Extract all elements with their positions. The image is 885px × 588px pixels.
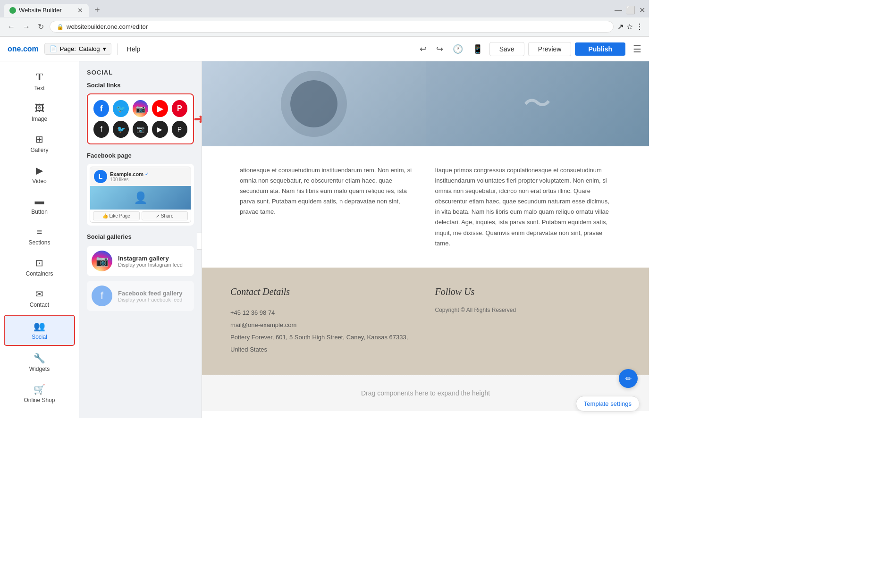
canvas-inner: 〜 ationesque et consuetudinum instituend… — [202, 61, 649, 418]
maximize-icon[interactable]: ⬜ — [626, 6, 635, 15]
instagram-dark-icon[interactable]: 📷 — [133, 121, 148, 138]
template-settings-button[interactable]: Template settings — [576, 396, 640, 412]
url-bar[interactable]: 🔒 websitebuilder.one.com/editor — [50, 21, 614, 33]
sidebar-item-image[interactable]: 🖼 Image — [4, 98, 75, 127]
sidebar-item-contact[interactable]: ✉ Contact — [4, 284, 75, 313]
facebook-gallery-item[interactable]: f Facebook feed gallery Display your Fac… — [87, 281, 194, 311]
publish-button[interactable]: Publish — [575, 42, 625, 56]
new-tab-button[interactable]: + — [91, 3, 104, 17]
undo-button[interactable]: ↩ — [417, 42, 430, 56]
social-links-card[interactable]: f 🐦 📷 ▶ P f 🐦 📷 ▶ P ➜ — [87, 93, 194, 144]
header-divider — [117, 43, 118, 55]
tab-title: Website Builder — [19, 7, 62, 14]
page-icon: 📄 — [50, 45, 57, 52]
facebook-gallery-text: Facebook feed gallery Display your Faceb… — [118, 290, 189, 302]
url-text: websitebuilder.one.com/editor — [67, 23, 148, 30]
top-images-row: 〜 — [202, 61, 649, 146]
mobile-preview-button[interactable]: 📱 — [470, 42, 486, 56]
pinterest-dark-icon[interactable]: P — [172, 121, 187, 138]
fb-likes: 100 likes — [110, 177, 149, 182]
sidebar-item-label-gallery: Gallery — [30, 147, 48, 153]
text-col-left-content: ationesque et consuetudinum instituendar… — [240, 165, 416, 217]
fb-card-header: L Example.com ✓ 100 likes — [90, 167, 191, 186]
footer-section: Contact Details +45 12 36 98 74 mail@one… — [202, 268, 649, 375]
facebook-colored-icon[interactable]: f — [93, 100, 109, 117]
containers-icon: ⊡ — [35, 257, 43, 269]
sidebar-item-more[interactable]: ⋯ More — [4, 410, 75, 418]
fb-site-name: Example.com — [110, 171, 143, 177]
red-arrow-indicator: ➜ — [194, 111, 202, 127]
edit-icon-button[interactable]: ✏ — [619, 369, 638, 388]
instagram-gallery-desc: Display your Instagram feed — [118, 262, 189, 268]
drag-placeholder-text: Drag components here to expand the heigh… — [361, 389, 490, 397]
sidebar-item-video[interactable]: ▶ Video — [4, 160, 75, 189]
sidebar-item-text[interactable]: T Text — [4, 66, 75, 96]
back-button[interactable]: ← — [6, 21, 17, 33]
video-icon: ▶ — [36, 165, 43, 176]
fb-card-inner: L Example.com ✓ 100 likes 👤 👍 — [90, 167, 191, 223]
gallery-icon: ⊞ — [35, 134, 43, 145]
sidebar-item-social[interactable]: 👥 Social — [4, 315, 75, 346]
image-icon: 🖼 — [35, 103, 44, 114]
preview-button[interactable]: Preview — [528, 42, 572, 56]
sidebar-item-label-image: Image — [32, 116, 47, 122]
top-image-left — [202, 61, 426, 146]
fb-verified-icon: ✓ — [145, 171, 149, 176]
save-button[interactable]: Save — [489, 42, 524, 56]
sidebar-item-button[interactable]: ▬ Button — [4, 191, 75, 220]
bookmark-icon[interactable]: ☆ — [626, 22, 633, 31]
share-icon[interactable]: ↗ — [617, 22, 624, 31]
social-links-title: Social links — [87, 82, 194, 89]
close-icon[interactable]: ✕ — [639, 6, 645, 15]
fb-like-button[interactable]: 👍 Like Page — [93, 211, 140, 220]
collapse-panel-button[interactable]: ‹ — [197, 233, 202, 250]
left-sidebar: T Text 🖼 Image ⊞ Gallery ▶ Video ▬ Butto… — [0, 61, 79, 418]
website-content: 〜 ationesque et consuetudinum instituend… — [202, 61, 649, 411]
sidebar-item-widgets[interactable]: 🔧 Widgets — [4, 348, 75, 377]
social-galleries-title: Social galleries — [87, 233, 194, 240]
page-selector[interactable]: 📄 Page: Catalog ▾ — [44, 43, 111, 55]
widgets-icon: 🔧 — [34, 353, 45, 364]
sidebar-item-sections[interactable]: ≡ Sections — [4, 222, 75, 251]
app-header: one.com 📄 Page: Catalog ▾ Help ↩ ↪ 🕐 📱 S… — [0, 37, 649, 61]
pinterest-colored-icon[interactable]: P — [172, 100, 187, 117]
main-menu-button[interactable]: ☰ — [633, 43, 641, 55]
favicon — [9, 7, 16, 14]
facebook-dark-icon[interactable]: f — [93, 121, 109, 138]
forward-button[interactable]: → — [21, 21, 32, 33]
text-col-right-content: Itaque primos congressus copulationesque… — [435, 165, 612, 249]
facebook-page-card[interactable]: L Example.com ✓ 100 likes 👤 👍 — [87, 164, 194, 226]
facebook-gallery-desc: Display your Facebook feed — [118, 297, 189, 302]
sidebar-item-label-social: Social — [32, 334, 47, 340]
redo-button[interactable]: ↪ — [433, 42, 446, 56]
refresh-button[interactable]: ↻ — [36, 20, 46, 33]
twitter-dark-icon[interactable]: 🐦 — [113, 121, 128, 138]
facebook-gallery-name: Facebook feed gallery — [118, 290, 189, 297]
sidebar-item-gallery[interactable]: ⊞ Gallery — [4, 129, 75, 158]
more-icon[interactable]: ⋮ — [636, 22, 643, 31]
fb-share-button[interactable]: ↗ Share — [142, 211, 188, 220]
sidebar-item-label-video: Video — [32, 178, 46, 185]
main-layout: T Text 🖼 Image ⊞ Gallery ▶ Video ▬ Butto… — [0, 61, 649, 418]
active-tab[interactable]: Website Builder ✕ — [4, 4, 89, 17]
logo: one.com — [8, 45, 39, 53]
address-bar: ← → ↻ 🔒 websitebuilder.one.com/editor ↗ … — [0, 17, 649, 36]
close-tab-icon[interactable]: ✕ — [77, 7, 83, 14]
social-icons-dark-row: f 🐦 📷 ▶ P — [93, 121, 187, 138]
footer-contact-col: Contact Details +45 12 36 98 74 mail@one… — [230, 286, 416, 356]
footer-contact-title: Contact Details — [230, 286, 416, 297]
sidebar-item-containers[interactable]: ⊡ Containers — [4, 252, 75, 282]
help-button[interactable]: Help — [123, 43, 144, 55]
youtube-colored-icon[interactable]: ▶ — [152, 100, 168, 117]
instagram-colored-icon[interactable]: 📷 — [133, 100, 148, 117]
history-button[interactable]: 🕐 — [450, 42, 466, 56]
sidebar-item-online-shop[interactable]: 🛒 Online Shop — [4, 379, 75, 408]
youtube-dark-icon[interactable]: ▶ — [152, 121, 168, 138]
button-icon: ▬ — [35, 196, 44, 207]
twitter-colored-icon[interactable]: 🐦 — [113, 100, 128, 117]
social-icons-colored-row: f 🐦 📷 ▶ P — [93, 100, 187, 117]
tab-bar: Website Builder ✕ + — ⬜ ✕ — [0, 0, 649, 17]
instagram-gallery-item[interactable]: 📷 Instagram gallery Display your Instagr… — [87, 246, 194, 276]
minimize-icon[interactable]: — — [615, 6, 622, 15]
address-right-controls: ↗ ☆ ⋮ — [617, 22, 643, 31]
